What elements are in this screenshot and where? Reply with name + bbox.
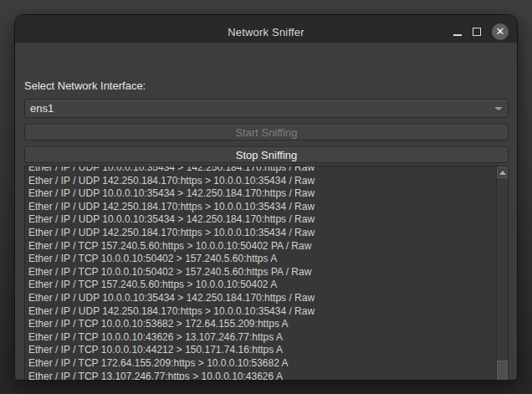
packet-row[interactable]: Ether / IP / UDP 10.0.0.10:35434 > 142.2… (28, 292, 496, 305)
packet-list: Ether / IP / UDP 10.0.0.10:35434 > 142.2… (25, 166, 496, 381)
interface-select-value: ens1 (30, 102, 54, 115)
stop-sniffing-button[interactable]: Stop Sniffing (24, 146, 509, 163)
arrow-up-icon (499, 171, 506, 175)
packet-row[interactable]: Ether / IP / TCP 10.0.0.10:50402 > 157.2… (28, 266, 496, 279)
packet-row[interactable]: Ether / IP / TCP 10.0.0.10:44212 > 150.1… (28, 344, 496, 357)
packet-row[interactable]: Ether / IP / TCP 10.0.0.10:43626 > 13.10… (28, 331, 496, 345)
minimize-button[interactable] (453, 28, 462, 36)
packet-row[interactable]: Ether / IP / UDP 142.250.184.170:https >… (28, 201, 496, 214)
packet-row[interactable]: Ether / IP / UDP 10.0.0.10:35434 > 142.2… (28, 166, 496, 175)
packet-row[interactable]: Ether / IP / TCP 157.240.5.60:https > 10… (28, 240, 496, 253)
interface-label: Select Network Interface: (24, 79, 146, 92)
packet-row[interactable]: Ether / IP / TCP 10.0.0.10:53682 > 172.6… (28, 318, 496, 331)
chevron-down-icon (494, 107, 503, 110)
packet-row[interactable]: Ether / IP / UDP 142.250.184.170:https >… (28, 175, 496, 188)
window-controls: ✕ (453, 21, 509, 43)
packet-row[interactable]: Ether / IP / UDP 142.250.184.170:https >… (28, 305, 496, 319)
start-sniffing-button[interactable]: Start Sniffing (24, 124, 509, 141)
maximize-button[interactable] (473, 28, 481, 36)
close-icon: ✕ (496, 26, 505, 37)
vertical-scrollbar[interactable] (496, 166, 508, 381)
packet-row[interactable]: Ether / IP / TCP 172.64.155.209:https > … (28, 357, 496, 371)
window-content: Select Network Interface: ens1 Start Sni… (15, 43, 517, 381)
interface-select[interactable]: ens1 (24, 99, 509, 118)
maximize-icon (473, 28, 481, 36)
packet-row[interactable]: Ether / IP / UDP 142.250.184.170:https >… (28, 227, 496, 240)
packet-list-box: Ether / IP / UDP 10.0.0.10:35434 > 142.2… (24, 166, 509, 381)
packet-row[interactable]: Ether / IP / TCP 13.107.246.77:https > 1… (28, 371, 496, 381)
close-button[interactable]: ✕ (492, 23, 509, 40)
scrollbar-thumb[interactable] (497, 361, 508, 381)
titlebar[interactable]: Network Sniffer ✕ (15, 15, 517, 43)
minimize-icon (453, 34, 462, 36)
packet-row[interactable]: Ether / IP / UDP 10.0.0.10:35434 > 142.2… (28, 213, 496, 227)
window-title: Network Sniffer (228, 26, 304, 38)
packet-row[interactable]: Ether / IP / TCP 157.240.5.60:https > 10… (28, 279, 496, 292)
network-sniffer-window: Network Sniffer ✕ Select Network Interfa… (14, 14, 518, 381)
packet-row[interactable]: Ether / IP / UDP 10.0.0.10:35434 > 142.2… (28, 187, 496, 201)
packet-row[interactable]: Ether / IP / TCP 10.0.0.10:50402 > 157.2… (28, 253, 496, 266)
scroll-up-button[interactable] (497, 166, 508, 178)
